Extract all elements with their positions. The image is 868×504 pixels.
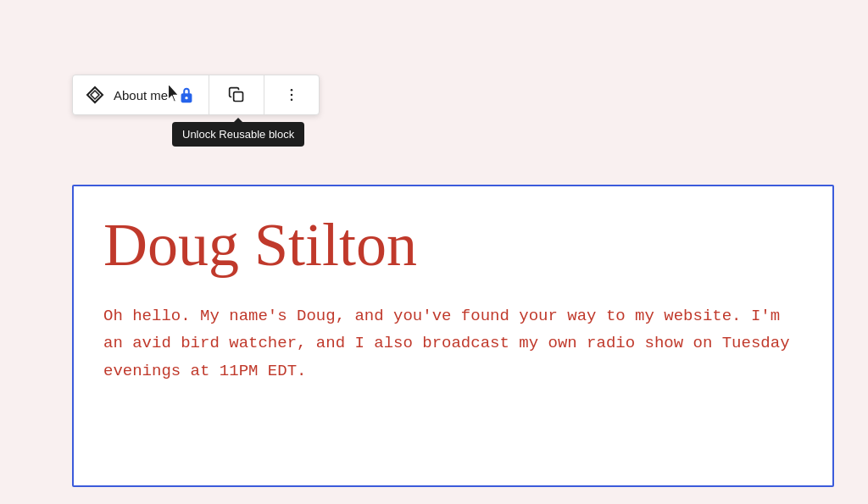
reusable-block-content: Doug Stilton Oh hello. My name's Doug, a… bbox=[72, 185, 834, 487]
block-label: About me bbox=[114, 88, 168, 102]
more-options-section bbox=[264, 75, 319, 114]
block-heading: Doug Stilton bbox=[103, 212, 803, 279]
block-toolbar: About me bbox=[72, 75, 320, 115]
svg-point-5 bbox=[291, 99, 293, 102]
action-buttons-section bbox=[209, 75, 264, 114]
block-type-section: About me bbox=[73, 75, 209, 114]
lock-button[interactable] bbox=[175, 83, 198, 107]
duplicate-button[interactable] bbox=[220, 78, 253, 112]
block-type-icon bbox=[83, 83, 107, 107]
toolbar-wrapper: About me bbox=[72, 75, 320, 115]
svg-point-1 bbox=[186, 97, 188, 99]
unlock-tooltip: Unlock Reusable block bbox=[172, 122, 304, 147]
svg-point-4 bbox=[291, 94, 293, 97]
block-body: Oh hello. My name's Doug, and you've fou… bbox=[103, 302, 803, 385]
svg-point-3 bbox=[291, 89, 293, 91]
svg-rect-2 bbox=[234, 92, 243, 102]
more-options-button[interactable] bbox=[275, 78, 309, 112]
